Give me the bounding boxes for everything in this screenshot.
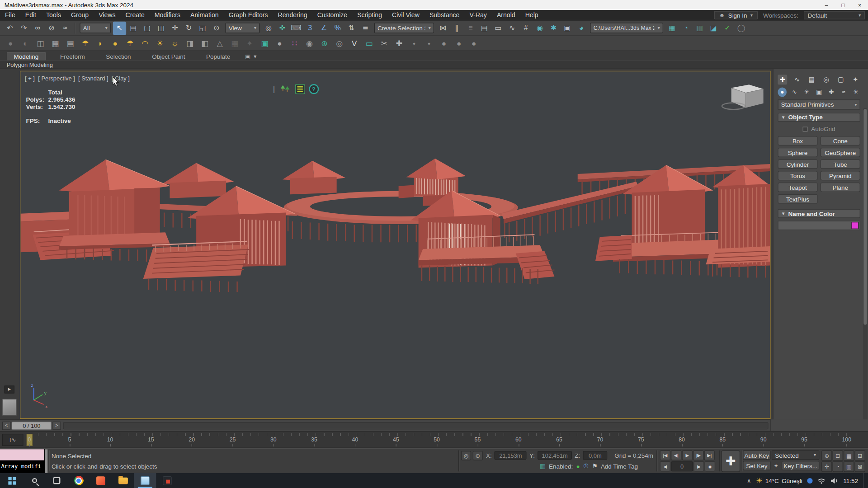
menu-animation[interactable]: Animation bbox=[185, 12, 224, 19]
tab-object-paint[interactable]: Object Paint bbox=[145, 52, 192, 60]
keyboard-override-icon[interactable]: ⌨ bbox=[289, 21, 302, 34]
menu-tools[interactable]: Tools bbox=[41, 12, 66, 19]
select-and-link-icon[interactable]: ∞ bbox=[31, 21, 44, 34]
play-button[interactable]: ▶ bbox=[682, 450, 693, 460]
polygon-modeling-panel-header[interactable]: Polygon Modeling bbox=[0, 60, 868, 69]
primitives-category-dropdown[interactable]: Standard Primitives ▾ bbox=[778, 99, 860, 109]
viewport-pov-menu[interactable]: [ Perspective ] bbox=[38, 75, 75, 81]
key-mode-toggle-button[interactable]: ◆ bbox=[705, 461, 715, 471]
material-sample-swatch[interactable] bbox=[2, 399, 17, 416]
forest-pack-trees-icon[interactable] bbox=[279, 84, 291, 94]
volume-icon[interactable] bbox=[830, 477, 838, 484]
lights-category-icon[interactable]: ☀ bbox=[802, 87, 811, 97]
validate-check-icon[interactable]: ✓ bbox=[721, 21, 734, 34]
render-vfb-icon[interactable]: ◪ bbox=[707, 21, 720, 34]
camera-ball-icon[interactable]: ◉ bbox=[302, 37, 317, 49]
time-slider-handle[interactable]: 0 / 100 bbox=[12, 421, 52, 429]
auto-key-button[interactable]: Auto Key bbox=[743, 450, 770, 460]
tab-populate[interactable]: Populate bbox=[199, 52, 237, 60]
render-online-icon[interactable]: ◔ bbox=[679, 21, 692, 34]
object-type-rollout[interactable]: ▼ Object Type bbox=[778, 113, 860, 122]
bind-to-space-warp-icon[interactable]: ≈ bbox=[59, 21, 72, 34]
isolate-selection-icon[interactable]: ◎ bbox=[461, 451, 471, 460]
select-by-name-icon[interactable]: ▤ bbox=[127, 21, 140, 34]
dot-small2-icon[interactable]: • bbox=[422, 37, 436, 49]
select-and-rotate-icon[interactable]: ↻ bbox=[182, 21, 195, 34]
object-color-swatch[interactable] bbox=[851, 222, 859, 229]
select-and-move-icon[interactable]: ✛ bbox=[168, 21, 181, 34]
curve-editor-icon[interactable]: ∿ bbox=[505, 21, 519, 34]
circle3-icon[interactable]: ● bbox=[467, 37, 481, 49]
unlink-selection-icon[interactable]: ⊘ bbox=[45, 21, 58, 34]
menu-views[interactable]: Views bbox=[94, 12, 120, 19]
x-coordinate-field[interactable]: 21,153m bbox=[495, 451, 527, 460]
rectangular-selection-icon[interactable]: ▢ bbox=[141, 21, 154, 34]
vray-sphere-icon[interactable]: ⊛ bbox=[317, 37, 332, 49]
window-crossing-icon[interactable]: ◫ bbox=[155, 21, 168, 34]
y-coordinate-field[interactable]: 102,451m bbox=[538, 451, 572, 460]
umbrella-icon[interactable]: ☂ bbox=[78, 37, 93, 49]
zoom-extents-icon[interactable]: ▦ bbox=[844, 450, 854, 461]
vray-cam-icon[interactable]: ◎ bbox=[332, 37, 347, 49]
lamp-icon[interactable]: ◗ bbox=[93, 37, 108, 49]
tray-app-icon[interactable] bbox=[807, 478, 813, 483]
menu-create[interactable]: Create bbox=[121, 12, 150, 19]
rendered-frame-icon[interactable]: ▣ bbox=[561, 21, 574, 34]
chrome-icon[interactable] bbox=[67, 473, 90, 488]
previous-frame-button[interactable]: ◀ bbox=[660, 461, 670, 471]
spheres-color-icon[interactable]: ∷ bbox=[288, 37, 302, 49]
circle2-icon[interactable]: ● bbox=[452, 37, 466, 49]
render-elements-icon[interactable]: ▥ bbox=[693, 21, 706, 34]
sun-bright-icon[interactable]: ☼ bbox=[168, 37, 182, 49]
angle-snap-icon[interactable]: ∠ bbox=[317, 21, 330, 34]
menu-rendering[interactable]: Rendering bbox=[273, 12, 312, 19]
menu-modifiers[interactable]: Modifiers bbox=[150, 12, 185, 19]
minimize-button[interactable]: – bbox=[818, 0, 835, 10]
help-icon[interactable]: ? bbox=[309, 84, 319, 94]
select-and-manipulate-icon[interactable]: ✜ bbox=[276, 21, 289, 34]
next-key-button[interactable]: |▶ bbox=[693, 450, 703, 460]
time-config-icon[interactable]: ▦ bbox=[540, 463, 546, 470]
menu-arnold[interactable]: Arnold bbox=[492, 12, 520, 19]
menu-edit[interactable]: Edit bbox=[20, 12, 41, 19]
tab-modeling[interactable]: Modeling bbox=[7, 52, 46, 60]
key-set-dropdown[interactable]: Selected▾ bbox=[772, 450, 819, 460]
sphere-half-icon[interactable]: ◐ bbox=[18, 37, 33, 49]
material-editor-icon[interactable]: ◉ bbox=[533, 21, 546, 34]
motion-tab-icon[interactable]: ◎ bbox=[821, 75, 831, 84]
ribbon-caret-icon[interactable]: ▾ bbox=[254, 53, 256, 59]
torus-button[interactable]: Torus bbox=[778, 171, 817, 180]
autogrid-checkbox[interactable] bbox=[803, 127, 808, 131]
max-app-icon[interactable] bbox=[156, 473, 178, 488]
sun-icon[interactable]: ☀ bbox=[153, 37, 167, 49]
ribbon-display-icon[interactable]: ▣ bbox=[245, 53, 250, 59]
enabled-dot-icon[interactable]: ● bbox=[576, 463, 580, 469]
tab-selection[interactable]: Selection bbox=[99, 52, 138, 60]
listener-scrollbar[interactable] bbox=[45, 449, 47, 473]
field-of-view-icon[interactable]: ⊠ bbox=[855, 461, 865, 472]
current-frame-field[interactable]: 0 bbox=[671, 461, 693, 471]
z-coordinate-field[interactable]: 0,0m bbox=[583, 451, 607, 460]
active-app-icon[interactable] bbox=[134, 473, 156, 488]
menu-customize[interactable]: Customize bbox=[312, 12, 353, 19]
select-object-icon[interactable]: ↖ bbox=[113, 21, 126, 34]
go-to-start-button[interactable]: |◀ bbox=[660, 450, 670, 460]
panel-scrollbar[interactable] bbox=[863, 108, 868, 428]
sphere-button[interactable]: Sphere bbox=[778, 148, 817, 157]
perspective-viewport[interactable]: z y x [ + ] [ Perspective ] [ Standard ]… bbox=[20, 71, 770, 419]
utilities-tab-icon[interactable]: ✦ bbox=[851, 75, 860, 84]
film-icon[interactable]: ▤ bbox=[63, 37, 78, 49]
next-frame-button[interactable]: ▶ bbox=[693, 461, 704, 471]
undo-icon[interactable]: ↶ bbox=[3, 21, 16, 34]
textplus-button[interactable]: TextPlus bbox=[778, 194, 817, 204]
viewport-general-menu[interactable]: [ + ] bbox=[25, 75, 35, 81]
percent-snap-icon[interactable]: % bbox=[331, 21, 344, 34]
tab-freeform[interactable]: Freeform bbox=[53, 52, 91, 60]
menu-graph-editors[interactable]: Graph Editors bbox=[224, 12, 273, 19]
next-frame-arrow[interactable]: > bbox=[52, 421, 61, 429]
time-slider[interactable]: < 0 / 100 > bbox=[0, 419, 770, 431]
task-view-icon[interactable] bbox=[45, 473, 67, 488]
tray-expand-chevron[interactable]: ∧ bbox=[747, 478, 751, 483]
selection-filter-dropdown[interactable]: All▾ bbox=[80, 23, 111, 33]
edit-named-sets-icon[interactable]: ≣ bbox=[359, 21, 372, 34]
